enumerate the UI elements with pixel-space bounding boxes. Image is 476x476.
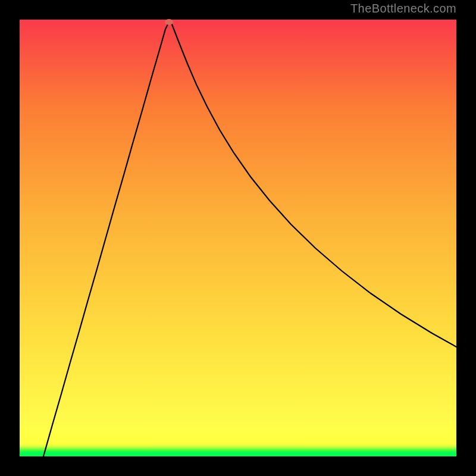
bottleneck-curve xyxy=(20,20,456,456)
optimum-marker xyxy=(165,19,173,25)
chart-frame: TheBottleneck.com xyxy=(0,0,476,476)
watermark-text: TheBottleneck.com xyxy=(350,2,456,15)
